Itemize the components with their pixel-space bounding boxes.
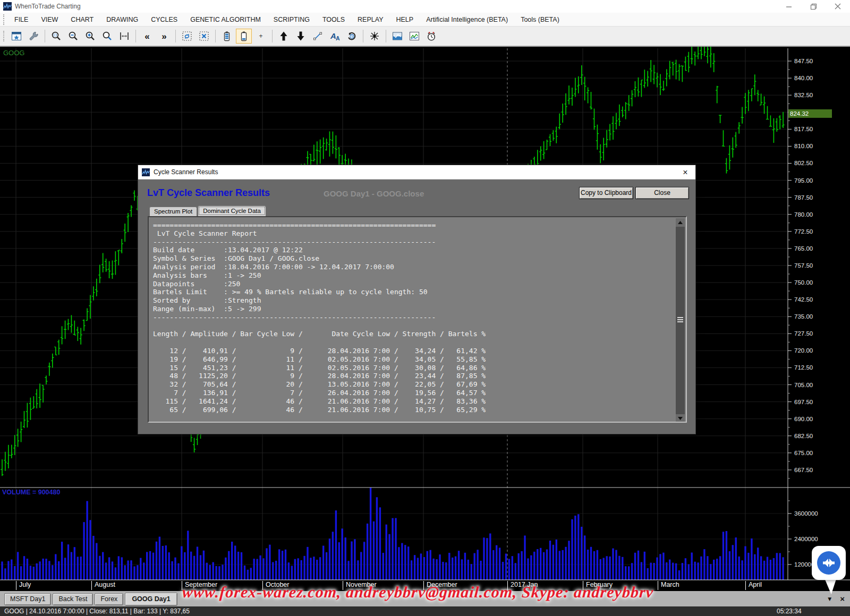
menu-artificial-intelligence-beta[interactable]: Artificial Intelligence (BETA) (420, 14, 514, 25)
selection-refresh-icon[interactable] (179, 29, 195, 44)
svg-text:840.00: 840.00 (794, 75, 813, 81)
menu-genetic-algorithm[interactable]: GENETIC ALGORITHM (184, 14, 267, 25)
svg-text:802.50: 802.50 (794, 160, 813, 166)
status-clock: 05:23:34 (777, 608, 802, 615)
svg-text:772.50: 772.50 (794, 228, 813, 235)
scroll-up-icon[interactable] (676, 218, 685, 227)
dialog-close-button[interactable]: Close (635, 187, 689, 199)
symbol-label: GOOG (3, 49, 24, 57)
close-window-button[interactable] (826, 0, 850, 13)
cycle-scanner-dialog: Cycle Scanner Results × LvT Cycle Scanne… (138, 165, 696, 434)
menu-tools-beta[interactable]: Tools (BETA) (514, 14, 566, 25)
menu-tools[interactable]: TOOLS (316, 14, 351, 25)
svg-text:3600000: 3600000 (794, 510, 818, 517)
dialog-logo-icon (142, 168, 150, 176)
menu-grip-handle[interactable] (3, 14, 6, 25)
menu-cycles[interactable]: CYCLES (144, 14, 184, 25)
line-draw-icon[interactable] (310, 29, 326, 44)
dialog-titlebar[interactable]: Cycle Scanner Results × (138, 165, 695, 179)
selection-delete-icon[interactable] (196, 29, 212, 44)
menu-chart[interactable]: CHART (64, 14, 100, 25)
status-bar: GOOG | 24.10.2016 7:00:00 | Close: 813,1… (0, 606, 850, 616)
status-quote-text: GOOG | 24.10.2016 7:00:00 | Close: 813,1… (4, 608, 190, 615)
minimize-button[interactable] (777, 0, 801, 13)
restore-button[interactable] (801, 0, 826, 13)
wrench-icon[interactable] (26, 29, 41, 44)
dialog-tab-dominant-cycle-data[interactable]: Dominant Cycle Data (198, 206, 266, 216)
month-label: March (658, 581, 679, 590)
svg-text:795.00: 795.00 (794, 177, 813, 184)
arrow-down-icon[interactable] (293, 29, 309, 44)
zoom-in-icon[interactable] (82, 29, 98, 44)
app-window: WhenToTrade Charting FILEVIEWCHARTDRAWIN… (0, 0, 850, 616)
dialog-heading: LvT Cycle Scanner Results (147, 187, 270, 199)
undo-clock-icon[interactable] (344, 29, 360, 44)
dialog-tab-spectrum-plot[interactable]: Spectrum Plot (149, 207, 197, 216)
menu-file[interactable]: FILE (8, 14, 35, 25)
svg-text:742.50: 742.50 (794, 296, 813, 303)
watermark-text: www.forex-warez.com, andreybbrv@gmail.co… (182, 583, 624, 601)
zoom-out-icon[interactable] (65, 29, 81, 44)
volume-indicator-label: VOLUME = 900480 (2, 489, 60, 496)
scrollbar-thumb[interactable] (677, 317, 683, 323)
bars-full-icon[interactable] (219, 29, 235, 44)
report-scrollbar[interactable] (676, 218, 685, 423)
menu-help[interactable]: HELP (389, 14, 420, 25)
menu-replay[interactable]: REPLAY (351, 14, 389, 25)
menu-drawing[interactable]: DRAWING (100, 14, 144, 25)
scroll-down-icon[interactable] (676, 414, 685, 423)
svg-text:675.00: 675.00 (794, 450, 813, 456)
zoom-search-icon[interactable] (99, 29, 115, 44)
workspace-tab-msft-day1[interactable]: MSFT Day1 (4, 593, 51, 605)
toolbar-separator (386, 30, 386, 42)
tab-list-dropdown-icon[interactable]: ▼ (828, 596, 831, 602)
alarm-clock-icon[interactable] (423, 29, 439, 44)
svg-text:787.50: 787.50 (794, 194, 813, 201)
svg-text:682.50: 682.50 (794, 433, 813, 439)
svg-text:810.00: 810.00 (794, 143, 813, 149)
svg-text:832.50: 832.50 (794, 92, 813, 98)
copy-to-clipboard-button[interactable]: Copy to Clipboard (579, 187, 633, 199)
svg-text:705.00: 705.00 (794, 382, 813, 388)
svg-text:824.32: 824.32 (790, 110, 809, 117)
toolbar-separator (363, 30, 363, 42)
scroll-right-icon[interactable]: » (156, 29, 172, 44)
arrow-up-icon[interactable] (276, 29, 292, 44)
svg-text:690.00: 690.00 (794, 416, 813, 422)
workspace-tab-goog-day1[interactable]: GOOG Day1 (125, 593, 177, 606)
svg-text:750.00: 750.00 (794, 279, 813, 286)
svg-text:667.50: 667.50 (794, 467, 813, 473)
curve-chart-icon[interactable] (406, 29, 422, 44)
font-size-icon[interactable]: AA (327, 29, 343, 44)
dialog-close-icon[interactable]: × (677, 167, 693, 178)
toolbar-separator (45, 30, 45, 42)
report-textarea[interactable]: ========================================… (148, 216, 687, 423)
svg-text:720.00: 720.00 (794, 347, 813, 354)
month-label: July (16, 581, 31, 590)
workspace-tab-forex[interactable]: Forex (95, 593, 123, 605)
dialog-title: Cycle Scanner Results (154, 168, 218, 176)
window-titlebar[interactable]: WhenToTrade Charting (0, 0, 850, 13)
toolbar-grip-handle[interactable] (3, 31, 6, 41)
indicator-panel-icon[interactable] (389, 29, 405, 44)
svg-text:765.00: 765.00 (794, 245, 813, 252)
svg-text:727.50: 727.50 (794, 330, 813, 337)
tab-close-icon[interactable]: × (840, 594, 845, 603)
zoom-window-icon[interactable] (48, 29, 64, 44)
svg-text:780.00: 780.00 (794, 211, 813, 218)
toolbar-separator (272, 30, 273, 42)
svg-text:A: A (336, 35, 340, 41)
scroll-left-icon[interactable]: « (139, 29, 155, 44)
plus-small-icon[interactable]: + (253, 29, 269, 44)
width-fit-icon[interactable] (116, 29, 132, 44)
menu-view[interactable]: VIEW (35, 14, 64, 25)
menu-scripting[interactable]: SCRIPTING (267, 14, 316, 25)
workspace-tab-back-test[interactable]: Back Test (53, 593, 93, 605)
svg-text:712.50: 712.50 (794, 364, 813, 371)
month-label: April (745, 581, 762, 590)
dialog-series-subtitle: GOOG Day1 - GOOG.close (324, 189, 424, 198)
chart-window-icon[interactable] (8, 29, 24, 44)
remote-session-bubble[interactable] (812, 546, 846, 580)
bars-empty-icon[interactable] (236, 29, 252, 44)
spider-icon[interactable] (367, 29, 382, 44)
